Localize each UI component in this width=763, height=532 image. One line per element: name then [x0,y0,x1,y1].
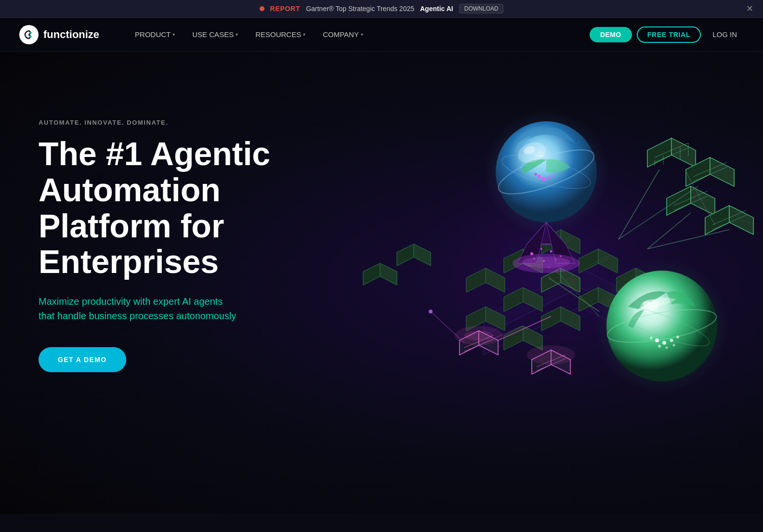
product-chevron-icon: ▾ [172,32,175,37]
svg-point-129 [658,345,661,348]
svg-point-0 [30,32,32,34]
hero-subtitle-line2: that handle business processes autonomou… [39,311,236,321]
announcement-dot [260,6,264,11]
hero-svg [349,76,763,451]
svg-point-128 [650,337,653,339]
hero-section: AUTOMATE. INNOVATE. DOMINATE. The #1 Age… [0,52,763,514]
svg-point-126 [670,339,673,342]
svg-point-116 [558,264,559,265]
nav-resources[interactable]: RESOURCES ▾ [249,26,312,42]
logo-link[interactable]: functionize [19,25,99,44]
svg-point-107 [540,248,542,250]
use-cases-chevron-icon: ▾ [236,32,238,37]
get-demo-button[interactable]: GET A DEMO [39,347,126,372]
hero-subtitle-line1: Maximize productivity with expert AI age… [39,296,223,307]
nav-links: PRODUCT ▾ USE CASES ▾ RESOURCES ▾ COMPAN… [128,26,590,42]
resources-chevron-icon: ▾ [303,32,305,37]
svg-point-106 [530,252,533,255]
svg-point-114 [539,268,539,269]
iso-illustration [349,76,763,451]
svg-point-96 [537,175,541,179]
svg-point-130 [666,347,668,349]
hero-subtitle: Maximize productivity with expert AI age… [39,294,289,323]
navigation: functionize PRODUCT ▾ USE CASES ▾ RESOUR… [0,18,763,52]
hero-title: The #1 Agentic Automation Platform for E… [39,136,366,280]
svg-point-119 [606,271,717,381]
svg-point-110 [534,258,535,260]
hero-title-line3: Platform for Enterprises [39,208,224,280]
svg-point-113 [529,265,530,267]
svg-point-1 [30,36,32,38]
nav-actions: DEMO FREE TRIAL LOG IN [590,26,744,43]
svg-point-97 [542,177,546,181]
svg-point-127 [676,336,679,338]
logo-text: functionize [43,28,99,41]
hero-title-line2: Automation [39,171,221,208]
svg-point-124 [655,338,659,342]
logo-icon [19,25,39,44]
hero-title-line1: The #1 Agentic [39,135,270,172]
svg-point-81 [455,326,503,345]
announcement-text: Gartner® Top Strategic Trends 2025 [306,5,414,13]
svg-point-99 [552,174,555,177]
svg-point-98 [547,176,550,179]
announcement-download-button[interactable]: DOWNLOAD [459,4,504,13]
announcement-close-button[interactable]: ✕ [746,4,753,13]
svg-point-141 [429,310,433,313]
hero-tag: AUTOMATE. INNOVATE. DOMINATE. [39,119,366,126]
nav-product[interactable]: PRODUCT ▾ [128,26,182,42]
logo-svg [23,29,35,40]
company-chevron-icon: ▾ [361,32,363,37]
svg-point-112 [555,259,557,260]
free-trial-button[interactable]: FREE TRIAL [637,26,701,43]
svg-point-117 [565,262,566,263]
announcement-bar: REPORT Gartner® Top Strategic Trends 202… [0,0,763,18]
svg-point-100 [534,173,537,176]
svg-point-111 [543,260,545,262]
svg-point-125 [662,341,666,345]
announcement-report-label: REPORT [270,5,301,13]
svg-point-131 [673,344,675,347]
hero-content: AUTOMATE. INNOVATE. DOMINATE. The #1 Age… [39,100,366,372]
svg-point-89 [527,345,575,364]
demo-button[interactable]: DEMO [590,27,632,42]
svg-point-115 [548,267,550,268]
nav-use-cases[interactable]: USE CASES ▾ [185,26,245,42]
hero-visual [349,76,763,451]
login-button[interactable]: LOG IN [706,26,744,42]
announcement-brand: Agentic AI [420,5,453,13]
svg-marker-57 [710,157,734,186]
nav-company[interactable]: COMPANY ▾ [316,26,370,42]
svg-point-109 [560,255,562,257]
svg-point-108 [550,250,553,253]
